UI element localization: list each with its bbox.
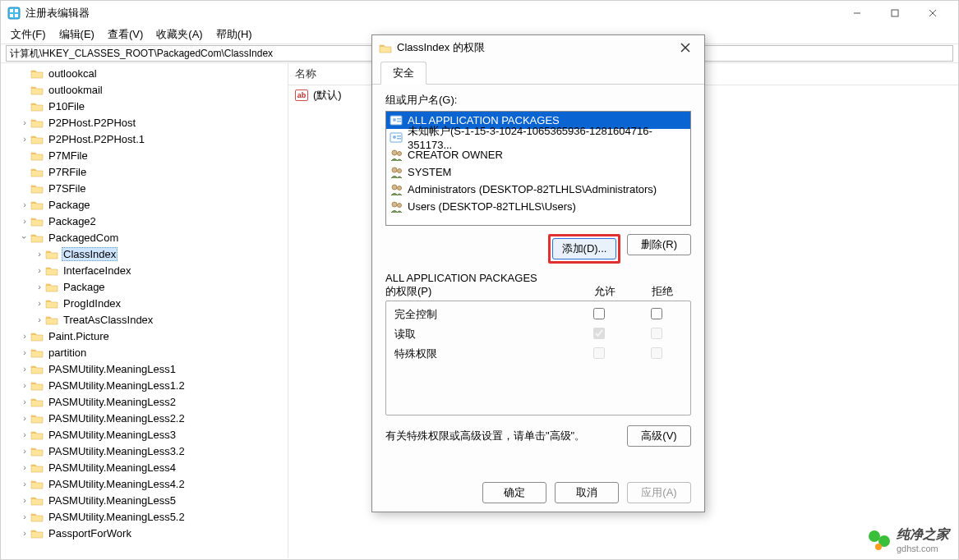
user-row[interactable]: 未知帐户(S-1-15-3-1024-1065365936-1281604716… [386, 129, 690, 146]
tree-item-p7rfile[interactable]: P7RFile [1, 163, 288, 180]
maximize-button[interactable] [876, 1, 914, 25]
folder-icon [30, 462, 44, 473]
tree-item-pasmutility-meaningless4-2[interactable]: ›PASMUtility.MeaningLess4.2 [1, 475, 288, 492]
tree-item-passportforwork[interactable]: ›PassportForWork [1, 525, 288, 541]
expand-icon[interactable]: › [19, 331, 30, 341]
folder-icon [30, 528, 44, 539]
tree-item-p2phost-p2phost[interactable]: ›P2PHost.P2PHost [1, 114, 288, 131]
tree-item-p2phost-p2phost-1[interactable]: ›P2PHost.P2PHost.1 [1, 131, 288, 147]
expand-icon[interactable]: › [19, 528, 30, 538]
expand-icon[interactable]: › [19, 134, 30, 144]
tree-item-package[interactable]: ›Package [1, 196, 288, 213]
user-row[interactable]: SYSTEM [386, 163, 690, 181]
menu-view[interactable]: 查看(V) [103, 25, 148, 44]
folder-icon [30, 429, 44, 440]
tree-item-progidindex[interactable]: ›ProgIdIndex [1, 295, 288, 311]
expand-icon[interactable]: › [19, 364, 30, 374]
tree-label: PackagedCom [47, 232, 120, 244]
cancel-button[interactable]: 取消 [555, 482, 619, 503]
tree-item-package2[interactable]: ›Package2 [1, 213, 288, 229]
expand-icon[interactable]: › [34, 249, 45, 259]
expand-icon[interactable]: › [34, 282, 45, 291]
expand-icon[interactable]: › [19, 413, 30, 423]
deny-checkbox[interactable] [651, 308, 662, 319]
expand-icon[interactable]: › [19, 117, 30, 127]
tree-item-pasmutility-meaningless3-2[interactable]: ›PASMUtility.MeaningLess3.2 [1, 443, 288, 459]
expand-icon[interactable]: › [19, 380, 30, 390]
tree-item-pasmutility-meaningless2-2[interactable]: ›PASMUtility.MeaningLess2.2 [1, 410, 288, 426]
title-bar: 注册表编辑器 [1, 1, 958, 25]
deny-checkbox[interactable] [651, 328, 662, 339]
user-name: CREATOR OWNER [408, 149, 503, 161]
tree-item-pasmutility-meaningless2[interactable]: ›PASMUtility.MeaningLess2 [1, 393, 288, 410]
expand-icon[interactable]: › [19, 479, 30, 489]
menu-help[interactable]: 帮助(H) [211, 25, 257, 44]
user-row[interactable]: Users (DESKTOP-82TLHLS\Users) [386, 198, 690, 215]
expand-icon[interactable]: › [19, 347, 30, 357]
deny-checkbox[interactable] [651, 347, 662, 359]
expand-icon[interactable]: › [34, 265, 45, 275]
folder-icon [45, 298, 58, 309]
expand-icon[interactable]: › [19, 462, 30, 472]
expand-icon[interactable]: › [19, 446, 30, 456]
tree-item-partition[interactable]: ›partition [1, 344, 288, 360]
expand-icon[interactable]: › [19, 397, 30, 406]
allow-checkbox[interactable] [593, 328, 605, 339]
tree-item-pasmutility-meaningless1[interactable]: ›PASMUtility.MeaningLess1 [1, 360, 288, 377]
tree-label: partition [47, 347, 88, 359]
tree-label: Package [47, 199, 92, 211]
expand-icon[interactable]: › [19, 429, 30, 439]
tree-item-outlookmail[interactable]: outlookmail [1, 81, 288, 98]
tree-item-packagedcom[interactable]: ›PackagedCom [1, 229, 288, 246]
collapse-icon[interactable]: › [20, 232, 30, 243]
tree-label: P2PHost.P2PHost.1 [47, 133, 146, 145]
folder-icon [30, 150, 44, 161]
tab-security[interactable]: 安全 [380, 62, 426, 85]
tree-item-pasmutility-meaningless5-2[interactable]: ›PASMUtility.MeaningLess5.2 [1, 508, 288, 525]
folder-icon [379, 43, 392, 53]
tree-item-p7mfile[interactable]: P7MFile [1, 147, 288, 163]
tree-label: P7SFile [47, 182, 88, 195]
permission-row: 特殊权限 [391, 344, 685, 364]
menu-favorites[interactable]: 收藏夹(A) [151, 25, 207, 44]
group-users-list[interactable]: ALL APPLICATION PACKAGES未知帐户(S-1-15-3-10… [385, 111, 691, 226]
expand-icon[interactable]: › [34, 314, 45, 324]
folder-icon [30, 413, 44, 424]
tree-item-pasmutility-meaningless5[interactable]: ›PASMUtility.MeaningLess5 [1, 492, 288, 508]
tree-item-pasmutility-meaningless3[interactable]: ›PASMUtility.MeaningLess3 [1, 426, 288, 443]
expand-icon[interactable]: › [34, 298, 45, 308]
menu-file[interactable]: 文件(F) [6, 25, 51, 44]
badge-icon [390, 131, 404, 145]
ok-button[interactable]: 确定 [482, 482, 546, 503]
dialog-close-button[interactable] [673, 35, 698, 60]
user-row[interactable]: Administrators (DESKTOP-82TLHLS\Administ… [386, 181, 690, 198]
tree-item-p7sfile[interactable]: P7SFile [1, 180, 288, 196]
tree-item-pasmutility-meaningless1-2[interactable]: ›PASMUtility.MeaningLess1.2 [1, 377, 288, 393]
tree-item-treatasclassindex[interactable]: ›TreatAsClassIndex [1, 311, 288, 328]
remove-button[interactable]: 删除(R) [627, 234, 691, 255]
folder-icon [30, 167, 44, 177]
tree-item-classindex[interactable]: ›ClassIndex [1, 246, 288, 262]
tree-item-p10file[interactable]: P10File [1, 98, 288, 114]
allow-checkbox[interactable] [593, 347, 605, 359]
expand-icon[interactable]: › [19, 216, 30, 226]
expand-icon[interactable]: › [19, 495, 30, 505]
tree-item-package[interactable]: ›Package [1, 278, 288, 295]
add-button[interactable]: 添加(D)... [552, 238, 616, 259]
registry-tree[interactable]: outlookcaloutlookmailP10File›P2PHost.P2P… [1, 63, 288, 558]
apply-button[interactable]: 应用(A) [627, 482, 691, 503]
tree-label: PASMUtility.MeaningLess5.2 [47, 511, 187, 523]
tree-item-outlookcal[interactable]: outlookcal [1, 65, 288, 81]
expand-icon[interactable]: › [19, 200, 30, 209]
menu-edit[interactable]: 编辑(E) [54, 25, 99, 44]
tree-item-interfaceindex[interactable]: ›InterfaceIndex [1, 262, 288, 278]
tree-item-paint-picture[interactable]: ›Paint.Picture [1, 328, 288, 344]
advanced-button[interactable]: 高级(V) [627, 425, 691, 447]
minimize-button[interactable] [838, 1, 876, 25]
allow-checkbox[interactable] [593, 308, 605, 319]
permissions-table: 完全控制读取特殊权限 [385, 301, 691, 415]
expand-icon[interactable]: › [19, 512, 30, 521]
tree-item-pasmutility-meaningless4[interactable]: ›PASMUtility.MeaningLess4 [1, 459, 288, 475]
svg-point-12 [393, 118, 396, 122]
close-button[interactable] [914, 1, 952, 25]
